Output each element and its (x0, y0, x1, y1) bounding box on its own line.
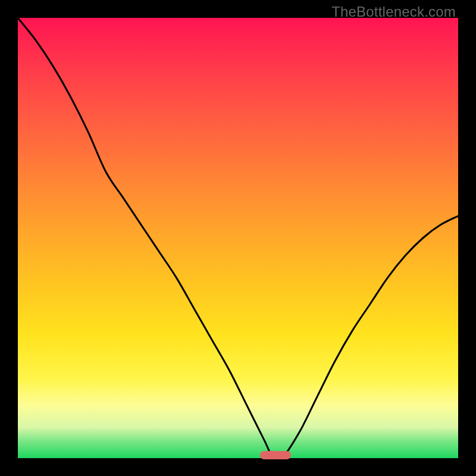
chart-frame: TheBottleneck.com (0, 0, 476, 476)
optimal-range-marker (260, 451, 291, 459)
bottleneck-curve (18, 18, 458, 458)
plot-area (18, 18, 458, 458)
